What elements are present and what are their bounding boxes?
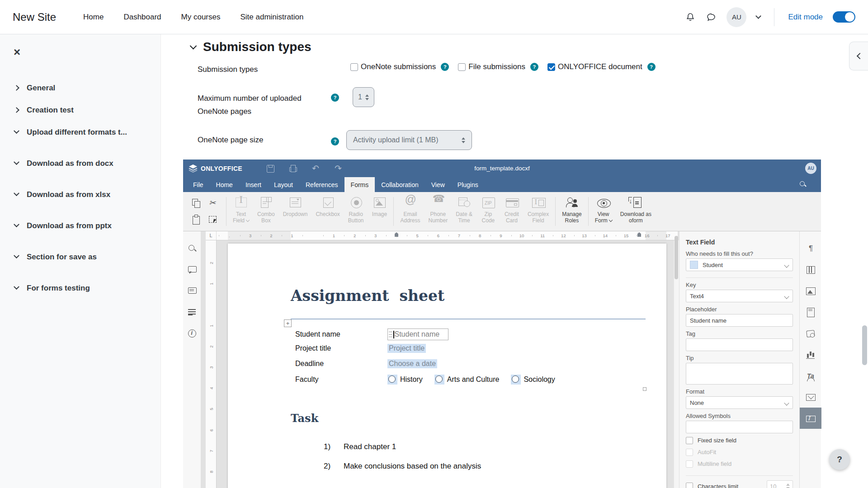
help-icon[interactable]: ?	[647, 63, 656, 71]
right-panel-tab[interactable]	[800, 323, 821, 344]
right-panel-tab[interactable]	[800, 259, 821, 280]
right-panel-tab[interactable]	[800, 386, 821, 408]
checkbox-onlyoffice-document[interactable]: ONLYOFFICE document ?	[547, 62, 656, 71]
editor-menu-tab[interactable]: Plugins	[451, 177, 485, 192]
nav-item[interactable]: Dashboard	[123, 13, 161, 22]
editor-menu-tab[interactable]: Collaboration	[375, 177, 425, 192]
right-panel-tab[interactable]	[800, 301, 821, 323]
checkbox-box[interactable]	[686, 437, 693, 444]
chevron-icon[interactable]	[14, 221, 19, 227]
panel-checkbox-row[interactable]: Multiline field	[686, 459, 793, 469]
help-icon[interactable]: ?	[331, 137, 339, 145]
clipboard-button[interactable]	[205, 195, 222, 211]
sidebar-item[interactable]: Creation test	[14, 99, 147, 121]
tag-input[interactable]	[686, 338, 793, 351]
toolbar-field-button[interactable]: Phone Number	[425, 194, 452, 229]
editor-menu-tab[interactable]: Layout	[268, 177, 299, 192]
document-title[interactable]: Assignment sheet	[291, 287, 444, 305]
save-icon[interactable]	[266, 164, 275, 173]
toolbar-field-button[interactable]: Credit Card	[500, 194, 524, 229]
editor-menu-tab[interactable]: Forms	[344, 177, 375, 192]
sidebar-item[interactable]: Upload different formats t...	[14, 121, 147, 143]
left-toolbar-button[interactable]	[183, 323, 201, 344]
toolbar-field-button[interactable]: Checkbox	[311, 194, 344, 229]
table-move-handle[interactable]: +	[284, 319, 292, 327]
document-page[interactable]: Assignment sheet + Student name Student …	[228, 244, 666, 488]
right-panel-tab[interactable]: ¶	[800, 238, 821, 259]
collapse-section-chevron-icon[interactable]	[190, 42, 197, 49]
radio-button-icon[interactable]	[387, 375, 397, 385]
sidebar-item[interactable]: Download as from xlsx	[14, 183, 147, 206]
user-menu-chevron-icon[interactable]	[756, 13, 762, 19]
text-form-field-highlighted[interactable]: Project title	[387, 344, 426, 353]
messages-icon[interactable]	[706, 12, 717, 23]
toolbar-field-button[interactable]: Image	[368, 194, 391, 229]
help-icon[interactable]: ?	[331, 94, 339, 102]
date-form-field[interactable]: Choose a date	[387, 359, 437, 368]
panel-checkbox-row[interactable]: Fixed size field	[686, 435, 793, 446]
checkbox-box[interactable]	[458, 63, 466, 71]
nav-item[interactable]: Home	[83, 13, 104, 22]
editor-menu-tab[interactable]: File	[187, 177, 210, 192]
toolbar-field-button[interactable]: Combo Box	[253, 194, 279, 229]
checkbox-onenote-submissions[interactable]: OneNote submissions ?	[350, 62, 449, 71]
characters-limit-spinner[interactable]: 10	[767, 480, 793, 488]
tip-textarea[interactable]	[686, 363, 793, 385]
checkbox-box-checked[interactable]	[547, 63, 555, 71]
task-heading[interactable]: Task	[291, 412, 318, 425]
sidebar-item[interactable]: For forms testing	[14, 277, 147, 299]
chevron-icon[interactable]	[14, 85, 19, 91]
left-toolbar-button[interactable]	[183, 259, 201, 280]
right-panel-tab[interactable]	[800, 344, 821, 365]
chevron-icon[interactable]	[14, 128, 19, 134]
radio-form-field[interactable]: Sociology	[511, 375, 555, 385]
vertical-ruler[interactable]: 21123456789	[206, 240, 217, 488]
toolbar-field-button[interactable]: Dropdown	[279, 194, 312, 229]
sidebar-item[interactable]: Download as from pptx	[14, 215, 147, 237]
help-button[interactable]: ?	[829, 449, 850, 470]
open-block-drawer-button[interactable]	[849, 42, 868, 70]
toolbar-field-button[interactable]: Date & Time	[452, 194, 476, 229]
help-icon[interactable]: ?	[441, 63, 449, 71]
spinner-arrows-icon[interactable]	[365, 94, 369, 100]
table-resize-marker[interactable]	[643, 387, 646, 391]
allowed-symbols-input[interactable]	[686, 421, 793, 433]
chevron-icon[interactable]	[14, 107, 19, 113]
clipboard-button[interactable]	[188, 195, 205, 211]
redo-icon[interactable]: ↷	[334, 164, 343, 173]
checkbox-box[interactable]	[686, 449, 693, 456]
sidebar-item[interactable]: Section for save as	[14, 246, 147, 268]
close-drawer-icon[interactable]: ×	[14, 47, 147, 57]
radio-button-icon[interactable]	[434, 375, 444, 385]
toolbar-field-button[interactable]: Email Address	[396, 194, 424, 229]
text-form-field[interactable]: Student name	[387, 328, 448, 340]
radio-form-field[interactable]: Arts and Culture	[434, 375, 500, 385]
clipboard-button[interactable]	[188, 211, 205, 228]
nav-item[interactable]: Site administration	[241, 13, 304, 22]
editor-menu-tab[interactable]: Insert	[239, 177, 268, 192]
toolbar-field-button[interactable]: Zip Code	[476, 194, 500, 229]
editor-menu-tab[interactable]: View	[425, 177, 451, 192]
editor-search-icon[interactable]	[799, 181, 807, 188]
left-toolbar-button[interactable]	[183, 301, 201, 323]
sidebar-item[interactable]: General	[14, 77, 147, 99]
task-list-item[interactable]: 1) Read chapter 1	[324, 442, 396, 451]
page-size-select[interactable]: Activity upload limit (1 MB)	[346, 130, 472, 150]
format-select[interactable]: None	[686, 396, 793, 409]
toolbar-field-button[interactable]: Text Field	[229, 194, 253, 229]
site-brand[interactable]: New Site	[13, 11, 56, 23]
checkbox-file-submissions[interactable]: File submissions ?	[458, 62, 538, 71]
placeholder-input[interactable]: Student name	[686, 314, 793, 327]
tab-stop-selector[interactable]: L	[206, 231, 217, 240]
task-list-item[interactable]: 2) Make conclusions based on the analysi…	[324, 462, 481, 471]
chevron-icon[interactable]	[14, 284, 19, 290]
notifications-bell-icon[interactable]	[685, 12, 696, 23]
undo-icon[interactable]: ↶	[311, 164, 320, 173]
print-icon[interactable]	[288, 164, 297, 173]
role-select[interactable]: Student	[686, 258, 793, 271]
user-avatar[interactable]: AU	[726, 7, 746, 27]
view-form-button[interactable]: View Form	[591, 194, 616, 229]
right-panel-tab[interactable]: Ta	[800, 365, 821, 386]
help-icon[interactable]: ?	[530, 63, 538, 71]
document-scrollbar-thumb[interactable]	[675, 236, 678, 279]
